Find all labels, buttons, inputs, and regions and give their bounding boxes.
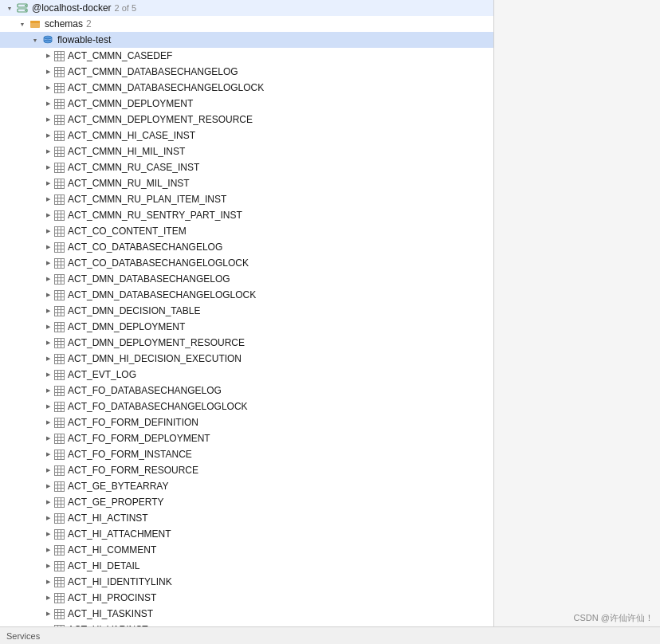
table-arrow[interactable] [41,512,54,524]
table-arrow[interactable] [41,225,54,238]
table-row[interactable]: ACT_CMMN_RU_CASE_INST [0,159,493,175]
table-row[interactable]: ACT_HI_COMMENT [0,542,493,558]
table-row[interactable]: ACT_CMMN_HI_MIL_INST [0,143,493,159]
table-icon [54,194,65,205]
table-row[interactable]: ACT_CMMN_DATABASECHANGELOGLOCK [0,80,493,96]
table-row[interactable]: ACT_CO_DATABASECHANGELOG [0,239,493,255]
table-row[interactable]: ACT_HI_PROCINST [0,590,493,606]
table-row[interactable]: ACT_FO_DATABASECHANGELOGLOCK [0,399,493,414]
database-node[interactable]: flowable-test [0,32,493,48]
table-arrow[interactable] [41,368,54,381]
table-arrow[interactable] [41,193,54,206]
table-name: ACT_DMN_HI_DECISION_EXECUTION [68,351,242,367]
table-icon [54,434,65,444]
table-arrow[interactable] [41,560,54,572]
page-indicator: 2 of 5 [115,0,137,16]
table-arrow[interactable] [41,416,54,429]
tree-panel[interactable]: @localhost-docker 2 of 5 schemas 2 [0,0,494,626]
table-row[interactable]: ACT_EVT_LOG [0,367,493,383]
table-icon [54,450,65,460]
table-arrow[interactable] [41,257,54,269]
table-row[interactable]: ACT_FO_FORM_DEPLOYMENT [0,430,493,446]
table-icon [54,179,65,189]
table-row[interactable]: ACT_CMMN_RU_MIL_INST [0,175,493,191]
table-arrow[interactable] [41,177,54,190]
table-name: ACT_HI_ACTINST [68,510,148,526]
table-row[interactable]: ACT_FO_FORM_DEFINITION [0,414,493,430]
table-row[interactable]: ACT_CMMN_RU_SENTRY_PART_INST [0,207,493,223]
server-root[interactable]: @localhost-docker 2 of 5 [0,0,493,16]
table-arrow[interactable] [41,97,54,110]
table-arrow[interactable] [41,464,54,477]
table-icon [54,67,65,77]
table-arrow[interactable] [41,273,54,285]
table-arrow[interactable] [41,384,54,397]
table-row[interactable]: ACT_HI_IDENTITYLINK [0,574,493,590]
table-arrow[interactable] [41,544,54,556]
table-arrow[interactable] [41,145,54,158]
table-name: ACT_CMMN_RU_CASE_INST [68,159,199,175]
table-icon [54,242,65,253]
table-row[interactable]: ACT_CO_DATABASECHANGELOGLOCK [0,255,493,271]
table-arrow[interactable] [41,352,54,365]
table-arrow[interactable] [41,81,54,94]
table-row[interactable]: ACT_FO_FORM_RESOURCE [0,462,493,478]
table-arrow[interactable] [41,304,54,317]
database-arrow[interactable] [29,33,41,46]
server-arrow[interactable] [3,2,16,14]
table-arrow[interactable] [41,528,54,540]
table-row[interactable]: ACT_DMN_HI_DECISION_EXECUTION [0,351,493,367]
table-arrow[interactable] [41,209,54,222]
table-arrow[interactable] [41,161,54,174]
table-arrow[interactable] [41,480,54,493]
table-name: ACT_FO_FORM_INSTANCE [68,446,192,462]
table-row[interactable]: ACT_DMN_DEPLOYMENT [0,319,493,335]
table-name: ACT_GE_PROPERTY [68,494,163,510]
table-row[interactable]: ACT_CMMN_RU_PLAN_ITEM_INST [0,191,493,207]
table-row[interactable]: ACT_GE_PROPERTY [0,494,493,510]
table-arrow[interactable] [41,575,54,588]
table-arrow[interactable] [41,113,54,126]
table-row[interactable]: ACT_CMMN_DATABASECHANGELOG [0,64,493,80]
table-row[interactable]: ACT_CO_CONTENT_ITEM [0,223,493,239]
table-row[interactable]: ACT_CMMN_CASEDEF [0,48,493,64]
table-row[interactable]: ACT_DMN_DATABASECHANGELOGLOCK [0,287,493,303]
table-name: ACT_CMMN_RU_MIL_INST [68,175,190,191]
table-row[interactable]: ACT_HI_DETAIL [0,558,493,574]
table-row[interactable]: ACT_CMMN_DEPLOYMENT_RESOURCE [0,112,493,128]
table-arrow[interactable] [41,496,54,509]
table-row[interactable]: ACT_DMN_DECISION_TABLE [0,303,493,319]
table-arrow[interactable] [41,241,54,253]
table-icon [54,290,65,300]
table-row[interactable]: ACT_DMN_DATABASECHANGELOG [0,271,493,287]
schemas-node[interactable]: schemas 2 [0,16,493,32]
table-row[interactable]: ACT_FO_FORM_INSTANCE [0,446,493,462]
table-row[interactable]: ACT_CMMN_DEPLOYMENT [0,96,493,112]
table-arrow[interactable] [41,289,54,301]
table-row[interactable]: ACT_HI_ACTINST [0,510,493,526]
table-row[interactable]: ACT_HI_ATTACHMENT [0,526,493,542]
table-row[interactable]: ACT_FO_DATABASECHANGELOG [0,383,493,399]
table-row[interactable]: ACT_GE_BYTEARRAY [0,478,493,494]
table-name: ACT_EVT_LOG [68,367,136,383]
table-row[interactable]: ACT_CMMN_HI_CASE_INST [0,128,493,143]
table-row[interactable]: ACT_DMN_DEPLOYMENT_RESOURCE [0,335,493,351]
table-icon [54,258,65,269]
table-arrow[interactable] [41,607,54,620]
services-label[interactable]: Services [6,631,40,641]
schemas-arrow[interactable] [16,18,29,30]
table-arrow[interactable] [41,49,54,62]
database-icon [41,33,54,46]
table-arrow[interactable] [41,65,54,78]
table-arrow[interactable] [41,432,54,445]
table-icon [54,402,65,412]
table-icon [54,561,65,571]
table-arrow[interactable] [41,129,54,142]
table-arrow[interactable] [41,591,54,604]
table-arrow[interactable] [41,320,54,333]
table-arrow[interactable] [41,400,54,413]
table-row[interactable]: ACT_HI_TASKINST [0,606,493,622]
server-label: @localhost-docker [32,0,112,16]
table-arrow[interactable] [41,336,54,349]
table-arrow[interactable] [41,448,54,461]
